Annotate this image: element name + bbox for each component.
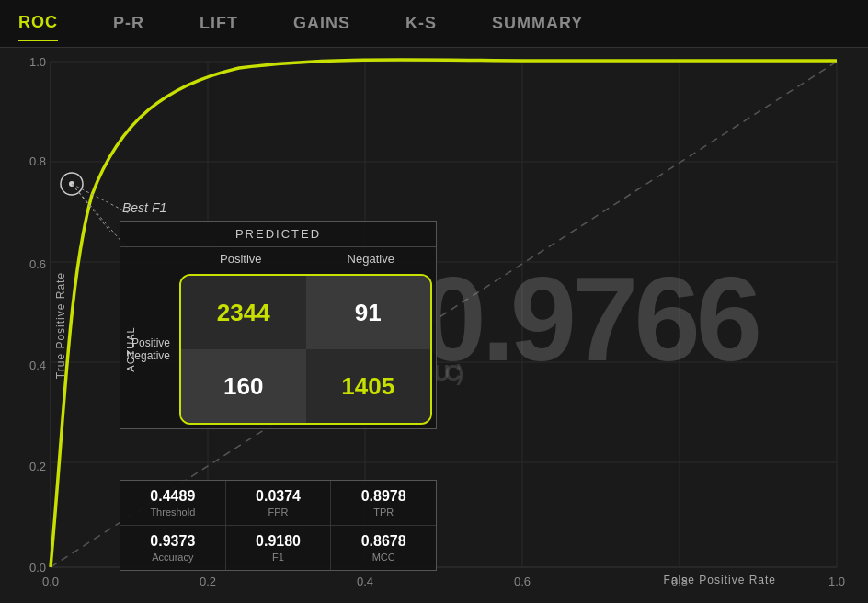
stat-accuracy: 0.9373 Accuracy [120,526,226,570]
cell-fn: 91 [306,276,431,349]
actual-label: ACTUAL [125,326,136,371]
row-labels: ACTUAL Positive Negative [120,270,176,428]
tab-lift[interactable]: LIFT [200,6,238,40]
svg-line-18 [72,184,110,232]
svg-text:0.6: 0.6 [29,257,46,271]
svg-text:0.4: 0.4 [357,575,373,588]
svg-text:0.6: 0.6 [514,575,531,588]
cell-tn: 1405 [306,349,431,423]
stats-row-2: 0.9373 Accuracy 0.9180 F1 0.8678 MCC [120,526,436,570]
col-headers: Positive Negative [176,247,436,270]
stats-row-1: 0.4489 Threshold 0.0374 FPR 0.8978 TPR [120,481,436,526]
tab-pr[interactable]: P-R [113,6,144,40]
svg-text:1.0: 1.0 [828,575,845,588]
tab-summary[interactable]: SUMMARY [492,6,583,40]
svg-text:0.2: 0.2 [29,460,46,473]
stats-table: 0.4489 Threshold 0.0374 FPR 0.8978 TPR 0… [120,480,437,571]
tab-roc[interactable]: ROC [18,6,58,41]
svg-text:1.0: 1.0 [29,55,46,69]
tab-gains[interactable]: GAINS [293,6,350,40]
svg-text:0.8: 0.8 [29,154,46,168]
cell-tp: 2344 [181,276,306,349]
svg-text:0.2: 0.2 [200,575,216,588]
matrix-row-bottom: 160 1405 [181,349,430,423]
row-positive-label: Positive [131,336,176,349]
confusion-matrix: PREDICTED Positive Negative ACTUAL Posit… [120,221,437,429]
matrix-cells: 2344 91 160 1405 [179,274,432,425]
matrix-row-top: 2344 91 [181,276,430,349]
col-positive: Positive [176,247,306,270]
svg-text:0.0: 0.0 [42,575,59,588]
y-axis-label: True Positive Rate [54,272,67,379]
svg-text:0.0: 0.0 [29,561,46,575]
matrix-body: ACTUAL Positive Negative 2344 91 160 140… [120,270,436,428]
stat-threshold: 0.4489 Threshold [120,481,226,525]
top-nav: ROC P-R LIFT GAINS K-S SUMMARY [0,0,868,48]
cell-fp: 160 [181,349,306,423]
col-negative: Negative [306,247,437,270]
x-axis-label: False Positive Rate [664,574,776,586]
stat-f1: 0.9180 F1 [226,526,332,570]
stat-tpr: 0.8978 TPR [331,481,436,525]
svg-text:0.4: 0.4 [29,358,46,372]
predicted-header: PREDICTED [120,222,436,247]
chart-container: 0.0 0.2 0.4 0.6 0.8 1.0 0.0 0.2 0.4 0.6 … [0,48,868,603]
stat-mcc: 0.8678 MCC [331,526,436,570]
best-f1-label: Best F1 [122,200,166,215]
svg-line-17 [72,184,129,213]
stat-fpr: 0.0374 FPR [226,481,332,525]
tab-ks[interactable]: K-S [405,6,437,40]
